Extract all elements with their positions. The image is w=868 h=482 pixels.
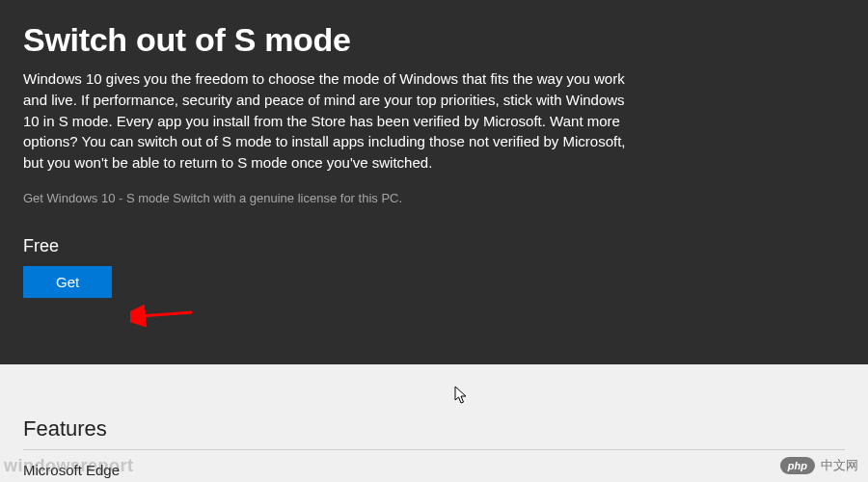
feature-item: Microsoft Edge All-new browser that make… — [23, 462, 845, 482]
features-heading: Features — [23, 416, 845, 442]
section-divider — [23, 449, 845, 450]
php-badge: php — [780, 457, 815, 474]
cn-text: 中文网 — [821, 457, 858, 474]
watermark-right: php 中文网 — [780, 457, 858, 474]
get-button[interactable]: Get — [23, 266, 112, 298]
page-title: Switch out of S mode — [23, 21, 845, 59]
price-label: Free — [23, 236, 845, 256]
listing-description: Windows 10 gives you the freedom to choo… — [23, 68, 640, 174]
watermark-left: windowsreport — [4, 456, 134, 476]
license-info: Get Windows 10 - S mode Switch with a ge… — [23, 191, 845, 205]
feature-title: Microsoft Edge — [23, 462, 845, 478]
store-listing-header: Switch out of S mode Windows 10 gives yo… — [0, 0, 868, 364]
